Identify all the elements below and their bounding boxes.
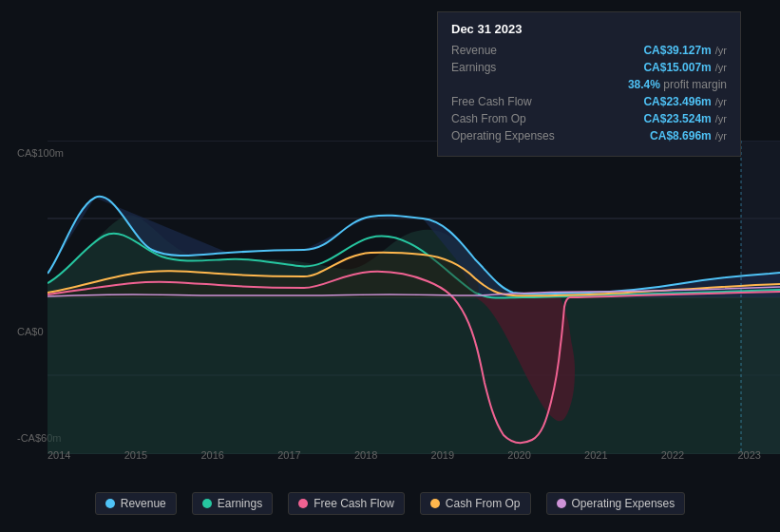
- cashfromop-label: Cash From Op: [451, 112, 565, 125]
- profit-margin-value: 38.4% profit margin: [628, 78, 727, 91]
- legend-fcf[interactable]: Free Cash Flow: [288, 492, 405, 515]
- fcf-dot: [298, 499, 308, 508]
- legend-opex-label: Operating Expenses: [572, 497, 675, 510]
- x-label-2019: 2019: [431, 449, 454, 461]
- legend-opex[interactable]: Operating Expenses: [546, 492, 686, 515]
- tooltip-fcf: Free Cash Flow CA$23.496m/yr: [451, 95, 727, 108]
- x-label-2023: 2023: [737, 449, 760, 461]
- tooltip-opex: Operating Expenses CA$8.696m/yr: [451, 129, 727, 142]
- fcf-unit: /yr: [715, 96, 727, 107]
- cashfromop-dot: [430, 499, 440, 508]
- opex-label: Operating Expenses: [451, 129, 565, 142]
- tooltip-date: Dec 31 2023: [451, 22, 727, 36]
- revenue-dot: [105, 499, 115, 508]
- x-label-2018: 2018: [354, 449, 377, 461]
- tooltip-box: Dec 31 2023 Revenue CA$39.127m/yr Earnin…: [437, 11, 741, 157]
- earnings-unit: /yr: [715, 62, 727, 73]
- tooltip-revenue: Revenue CA$39.127m/yr: [451, 44, 727, 57]
- x-label-2016: 2016: [200, 449, 223, 461]
- legend-revenue-label: Revenue: [121, 497, 166, 510]
- fcf-value: CA$23.496m: [643, 95, 711, 108]
- legend-earnings-label: Earnings: [218, 497, 262, 510]
- tooltip-earnings: Earnings CA$15.007m/yr: [451, 61, 727, 74]
- x-label-2020: 2020: [507, 449, 530, 461]
- earnings-value: CA$15.007m: [643, 61, 711, 74]
- earnings-label: Earnings: [451, 61, 565, 74]
- x-label-2015: 2015: [124, 449, 147, 461]
- opex-dot: [557, 499, 566, 508]
- opex-value: CA$8.696m: [650, 129, 712, 142]
- fcf-label: Free Cash Flow: [451, 95, 565, 108]
- cashfromop-value: CA$23.524m: [643, 112, 711, 125]
- x-label-2022: 2022: [661, 449, 684, 461]
- x-label-2017: 2017: [277, 449, 300, 461]
- y-label-zero: CA$0: [17, 326, 44, 337]
- cashfromop-unit: /yr: [715, 113, 727, 124]
- earnings-dot: [202, 499, 212, 508]
- legend-fcf-label: Free Cash Flow: [314, 497, 394, 510]
- opex-unit: /yr: [715, 130, 727, 142]
- legend-revenue[interactable]: Revenue: [95, 492, 177, 515]
- legend-earnings[interactable]: Earnings: [192, 492, 273, 515]
- chart-svg: [48, 141, 780, 454]
- revenue-unit: /yr: [715, 45, 727, 56]
- legend-cashfromop-label: Cash From Op: [446, 497, 521, 510]
- tooltip-profit-margin: 38.4% profit margin: [451, 78, 727, 91]
- tooltip-cashfromop: Cash From Op CA$23.524m/yr: [451, 112, 727, 125]
- x-label-2014: 2014: [48, 449, 70, 461]
- chart-container: Dec 31 2023 Revenue CA$39.127m/yr Earnin…: [0, 0, 780, 532]
- legend-cashfromop[interactable]: Cash From Op: [420, 492, 531, 515]
- revenue-value: CA$39.127m: [643, 44, 711, 57]
- legend: Revenue Earnings Free Cash Flow Cash Fro…: [0, 492, 780, 515]
- x-label-2021: 2021: [584, 449, 607, 461]
- revenue-label: Revenue: [451, 44, 565, 57]
- x-axis: 2014 2015 2016 2017 2018 2019 2020 2021 …: [48, 449, 780, 461]
